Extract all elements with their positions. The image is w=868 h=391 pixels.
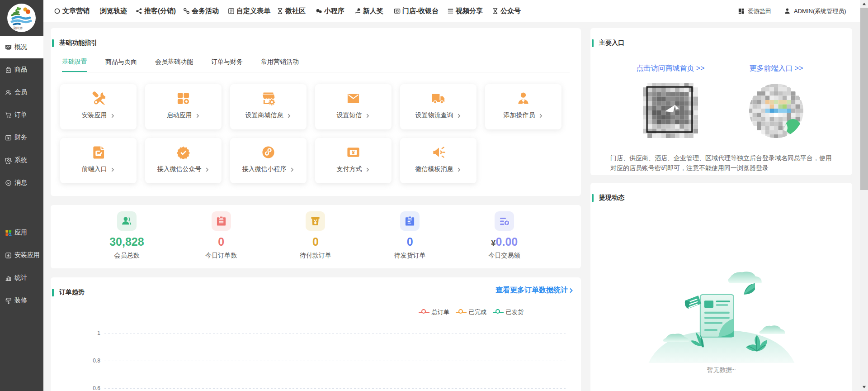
svg-text:盐田游: 盐田游 [13,26,23,30]
